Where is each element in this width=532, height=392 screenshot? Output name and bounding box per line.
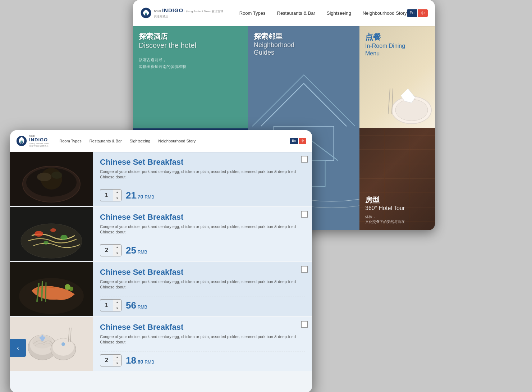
tile2-text: 探索邻里 Neighborhood Guides [248,26,300,62]
svg-point-31 [35,231,43,237]
front-logo: hotel INDIGO Lijiang Ancient Town 丽江古城英迪… [16,135,49,147]
back-logo-text: hotel INDIGO Lijiang Ancient Town 丽江古城英迪… [154,7,225,18]
price-3: 56RMB [126,300,147,311]
menu-item-1-image [10,152,93,206]
qty-down-4[interactable]: ▼ [113,360,121,366]
price-4: 18.60RMB [126,355,154,366]
front-nav-restaurants[interactable]: Restaurants & Bar [90,139,122,143]
menu-item-2-image [10,207,93,261]
menu-item: Chinese Set Breakfast Congee of your cho… [10,152,312,206]
back-nav-links: Room Types Restaurants & Bar Sightseeing… [239,10,407,16]
quantity-stepper-2[interactable]: 2 ▲ ▼ [100,244,121,256]
menu-item: Chinese Set Breakfast Congee of your cho… [10,207,312,261]
front-hotel-indigo-logo [16,135,27,147]
front-lang-en[interactable]: En [290,138,298,144]
menu-item-2-title: Chinese Set Breakfast [100,213,305,222]
menu-separator [100,241,305,241]
hotel-indigo-logo-icon [140,6,152,20]
discover-hotel-tile[interactable]: 探索酒店 Discover the hotel 驮著古道前寻， 勾勒出崔灿云南的… [133,26,248,128]
qty-up-4[interactable]: ▲ [113,355,121,360]
back-lang-zh[interactable]: 中 [418,9,428,17]
svg-point-44 [40,337,42,339]
tablet-front: hotel INDIGO Lijiang Ancient Town 丽江古城英迪… [10,130,312,392]
front-tablet-nav: hotel INDIGO Lijiang Ancient Town 丽江古城英迪… [10,130,312,152]
menu-item: Chinese Set Breakfast Congee of your cho… [10,317,312,371]
food-noodles [10,207,93,261]
right-column: 点餐 In-Room Dining Menu [359,26,435,230]
menu-item-1-controls: 1 ▲ ▼ 21.70RMB [100,189,305,201]
dining-menu-tile[interactable]: 点餐 In-Room Dining Menu [359,26,435,128]
back-nav-sightseeing[interactable]: Sightseeing [327,10,351,16]
qty-down-3[interactable]: ▼ [113,305,121,311]
quantity-stepper-3[interactable]: 1 ▲ ▼ [100,299,121,311]
room-text: 房型 360° Hotel Tour 体验， 文化交叠下的安然与自在 [365,195,405,224]
menu-item-3-desc: Congee of your choice- pork and century … [100,279,305,290]
front-logo-text: hotel INDIGO Lijiang Ancient Town 丽江古城英迪… [29,135,49,147]
food-salmon [10,262,93,316]
menu-item-4-checkbox[interactable] [301,321,308,328]
qty-down-1[interactable]: ▼ [113,195,121,201]
front-nav-neighbourhood[interactable]: Neighbourhood Story [158,139,196,143]
svg-point-33 [50,228,56,232]
svg-point-48 [52,338,74,356]
svg-point-28 [51,172,62,179]
tile1-text: 探索酒店 Discover the hotel 驮著古道前寻， 勾勒出崔灿云南的… [133,26,202,75]
qty-down-2[interactable]: ▼ [113,250,121,256]
qty-arrows-4[interactable]: ▲ ▼ [113,355,121,366]
back-logo: hotel INDIGO Lijiang Ancient Town 丽江古城英迪… [140,6,225,20]
tablet-front-screen: hotel INDIGO Lijiang Ancient Town 丽江古城英迪… [10,130,312,392]
svg-point-32 [60,235,68,240]
back-button[interactable]: ‹ [10,339,26,357]
hotel-tour-tile[interactable]: 房型 360° Hotel Tour 体验， 文化交叠下的安然与自在 [359,128,435,230]
svg-point-38 [69,287,73,291]
menu-item-3-image [10,262,93,316]
food-dark-bowl [10,152,93,206]
menu-separator [100,351,305,351]
qty-value-4: 2 [100,356,113,365]
front-nav-sightseeing[interactable]: Sightseeing [130,139,151,143]
menu-item-3-info: Chinese Set Breakfast Congee of your cho… [93,262,312,316]
front-lang-switcher[interactable]: En 中 [290,138,306,144]
front-nav-links: Room Types Restaurants & Bar Sightseeing… [59,139,196,143]
front-nav-room-types[interactable]: Room Types [59,139,82,143]
svg-point-46 [41,335,43,337]
menu-item-4-title: Chinese Set Breakfast [100,323,305,332]
qty-arrows-3[interactable]: ▲ ▼ [113,300,121,311]
menu-item-3-checkbox[interactable] [301,266,308,273]
menu-item-2-checkbox[interactable] [301,211,308,218]
qty-up-1[interactable]: ▲ [113,190,121,195]
back-lang-en[interactable]: En [407,9,417,17]
menu-item: Chinese Set Breakfast Congee of your cho… [10,262,312,316]
menu-separator [100,186,305,186]
price-1: 21.70RMB [126,190,154,201]
back-lang-switcher[interactable]: En 中 [407,9,428,17]
svg-point-27 [37,173,51,181]
menu-content: Chinese Set Breakfast Congee of your cho… [10,152,312,392]
qty-up-2[interactable]: ▲ [113,245,121,250]
dining-text: 点餐 In-Room Dining Menu [365,32,405,58]
qty-up-3[interactable]: ▲ [113,300,121,305]
plate-svg [379,81,433,124]
menu-item-4-info: Chinese Set Breakfast Congee of your cho… [93,317,312,371]
front-lang-zh[interactable]: 中 [299,138,306,144]
svg-point-49 [61,342,65,346]
qty-value-2: 2 [100,246,113,255]
back-nav-restaurants[interactable]: Restaurants & Bar [277,10,315,16]
quantity-stepper-1[interactable]: 1 ▲ ▼ [100,189,121,201]
back-nav-room-types[interactable]: Room Types [239,10,266,16]
qty-arrows-1[interactable]: ▲ ▼ [113,190,121,201]
menu-item-1-title: Chinese Set Breakfast [100,158,305,167]
menu-item-4-desc: Congee of your choice- pork and century … [100,334,305,345]
menu-item-4-controls: 2 ▲ ▼ 18.60RMB [100,354,305,366]
menu-item-2-info: Chinese Set Breakfast Congee of your cho… [93,207,312,261]
back-nav-neighbourhood[interactable]: Neighbourhood Story [363,10,407,16]
menu-item-3-title: Chinese Set Breakfast [100,268,305,277]
price-2: 25RMB [126,245,147,256]
svg-point-45 [43,337,45,339]
menu-item-1-checkbox[interactable] [301,156,308,163]
menu-item-1-desc: Congee of your choice- pork and century … [100,169,305,180]
menu-item-3-controls: 1 ▲ ▼ 56RMB [100,299,305,311]
quantity-stepper-4[interactable]: 2 ▲ ▼ [100,354,121,366]
qty-arrows-2[interactable]: ▲ ▼ [113,245,121,256]
svg-point-34 [43,241,49,245]
